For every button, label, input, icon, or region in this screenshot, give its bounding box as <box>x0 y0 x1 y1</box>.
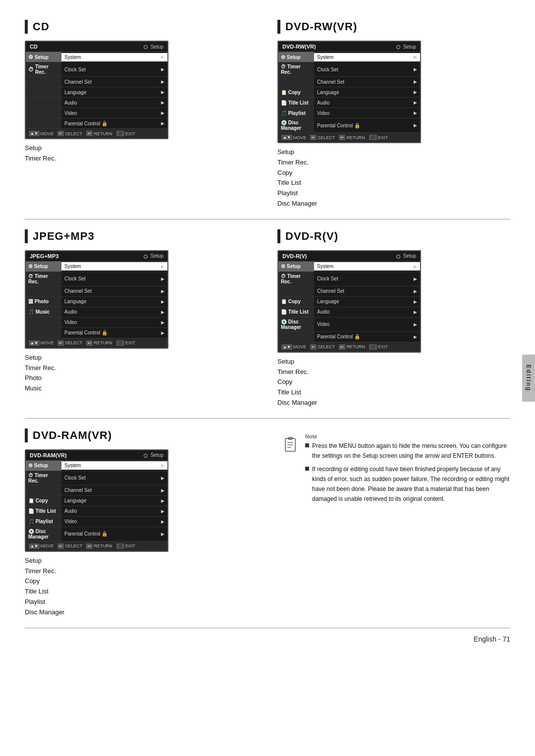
dvdrv-row-channel[interactable]: Channel Set▶ <box>278 286 420 297</box>
dvdrv-row-disc[interactable]: 💿 Disc Manager Video▶ <box>278 318 420 332</box>
divider-1 <box>25 219 510 219</box>
note-bullet-1: Press the MENU button again to hide the … <box>305 441 510 461</box>
jpegmp3-menu-title: JPEG+MP3 <box>30 253 58 259</box>
cd-content-clock: Clock Set ▶ <box>61 65 167 74</box>
dvdrwvr-section: DVD-RW(VR) DVD-RW(VR) Setup ⚙ Setup Sy <box>268 20 510 209</box>
dvdrwvr-label-copy: 📋 Copy <box>278 87 314 97</box>
note-label: Note <box>305 433 510 439</box>
dvdrwvr-menu-title: DVD-RW(VR) <box>282 44 316 50</box>
cd-row-audio[interactable]: Audio ▶ <box>26 98 167 108</box>
jpegmp3-row-setup[interactable]: ⚙ Setup System▶ <box>26 262 167 272</box>
dvdramvr-row-disc[interactable]: 💿 Disc Manager Parental Control 🔒▶ <box>26 527 167 541</box>
dvdrv-row-copy[interactable]: 📋 Copy Language▶ <box>278 297 420 307</box>
cd-content-video: Video ▶ <box>61 109 167 117</box>
dvdrwvr-menu-screen: DVD-RW(VR) Setup ⚙ Setup System▶ ⏱ Ti <box>277 41 421 143</box>
cd-label-setup: ⚙ Setup <box>26 52 61 62</box>
jpegmp3-bar <box>25 229 28 243</box>
dvdrv-row-timer[interactable]: ⏱ Timer Rec. Clock Set▶ <box>278 272 420 286</box>
jpegmp3-section: JPEG+MP3 JPEG+MP3 Setup ⚙ Setup System <box>25 229 268 408</box>
dvdrwvr-content-audio: Audio▶ <box>314 99 420 107</box>
jpegmp3-row-channel[interactable]: Channel Set▶ <box>26 286 167 297</box>
dvdramvr-bottom-bar: ▲▼ MOVE ↵ SELECT ↩ RETURN ⬛ EXIT <box>26 541 167 551</box>
cd-content-language: Language ▶ <box>61 88 167 97</box>
divider-2 <box>25 418 510 419</box>
jpegmp3-title: JPEG+MP3 <box>33 230 95 243</box>
dvdrv-row-setup[interactable]: ⚙ Setup System▶ <box>278 262 420 272</box>
dvdrwvr-row-copy[interactable]: 📋 Copy Language▶ <box>278 87 420 98</box>
dvdramvr-row-timer[interactable]: ⏱ Timer Rec. Clock Set▶ <box>26 471 167 486</box>
dvdrwvr-content-channel: Channel Set▶ <box>314 78 420 86</box>
dvdramvr-row-playlist[interactable]: 🎵 Playlist Video▶ <box>26 517 167 527</box>
note-section: Note Press the MENU button again to hide… <box>268 429 510 618</box>
cd-label-empty3 <box>26 98 61 108</box>
dvdrwvr-row-disc[interactable]: 💿 Disc Manager Parental Control 🔒▶ <box>278 118 420 133</box>
dvdrwvr-content-video: Video▶ <box>314 109 420 117</box>
cd-row-timer[interactable]: ⏱ Timer Rec. Clock Set ▶ <box>26 62 167 77</box>
dvdramvr-desc: Setup Timer Rec. Copy Title List Playlis… <box>25 556 263 618</box>
cd-btn-move: ▲▼ MOVE <box>29 131 54 136</box>
dvdrwvr-setup-link: Setup <box>396 44 416 50</box>
jpegmp3-menu-wrap: JPEG+MP3 Setup ⚙ Setup System▶ ⏱ Time <box>25 250 263 349</box>
cd-setup-text: Setup <box>151 44 163 50</box>
cd-row-language[interactable]: Language ▶ <box>26 87 167 98</box>
dvdrwvr-row-timer[interactable]: ⏱ Timer Rec. Clock Set▶ <box>278 62 420 77</box>
dvdrwvr-label-playlist: 🎵 Playlist <box>278 108 314 118</box>
editing-tab: Editing <box>522 355 535 402</box>
dvdrwvr-row-playlist[interactable]: 🎵 Playlist Video▶ <box>278 108 420 118</box>
dvdramvr-menu-screen: DVD-RAM(VR) Setup ⚙ Setup System▶ ⏱ T <box>25 449 168 552</box>
cd-row-setup[interactable]: ⚙ Setup System ▶ <box>26 52 167 62</box>
dvdrwvr-row-channel[interactable]: Channel Set▶ <box>278 77 420 87</box>
cd-content-parental: Parental Control 🔒 ▶ <box>61 119 167 128</box>
cd-header: CD <box>25 20 263 34</box>
cd-menu-topbar: CD Setup <box>26 42 167 52</box>
dvdrv-title: DVD-R(V) <box>285 230 338 243</box>
jpegmp3-topbar: JPEG+MP3 Setup <box>26 251 167 262</box>
dvdrwvr-content-language: Language▶ <box>314 88 420 97</box>
dvdramvr-row-titlelist[interactable]: 📄 Title List Audio▶ <box>26 506 167 517</box>
cd-row-channel[interactable]: Channel Set ▶ <box>26 77 167 87</box>
dvdrwvr-header: DVD-RW(VR) <box>277 20 510 34</box>
dvdramvr-bar <box>25 429 28 442</box>
dvdrwvr-label-titlelist: 📄 Title List <box>278 98 314 108</box>
jpegmp3-header: JPEG+MP3 <box>25 229 263 243</box>
cd-label-timer: ⏱ Timer Rec. <box>26 62 61 76</box>
cd-setup-circle <box>144 45 148 49</box>
dvdramvr-header: DVD-RAM(VR) <box>25 429 263 442</box>
dvdrwvr-content-clock: Clock Set▶ <box>314 65 420 74</box>
cd-section: CD CD Setup ⚙ Setup <box>25 20 268 209</box>
jpegmp3-row-parental[interactable]: Parental Control 🔒▶ <box>26 328 167 338</box>
dvdramvr-row-copy[interactable]: 📋 Copy Language▶ <box>26 496 167 506</box>
jpegmp3-row-timer[interactable]: ⏱ Timer Rec. Clock Set▶ <box>26 272 167 286</box>
cd-bottom-bar: ▲▼ MOVE ↵ SELECT ↩ RETURN ⬛ EXIT <box>26 129 167 138</box>
dvdrwvr-content-system: System▶ <box>314 53 420 61</box>
dvdramvr-row-channel[interactable]: Channel Set▶ <box>26 486 167 496</box>
dvdrwvr-menu-wrap: DVD-RW(VR) Setup ⚙ Setup System▶ ⏱ Ti <box>277 41 510 143</box>
dvdrv-row-parental[interactable]: Parental Control 🔒▶ <box>278 332 420 342</box>
row-1: CD CD Setup ⚙ Setup <box>25 20 510 209</box>
cd-content-channel: Channel Set ▶ <box>61 78 167 86</box>
jpegmp3-row-photo[interactable]: 🖼 Photo Language▶ <box>26 297 167 307</box>
dvdrv-section: DVD-R(V) DVD-R(V) Setup ⚙ Setup System <box>268 229 510 408</box>
cd-row-video[interactable]: Video ▶ <box>26 108 167 118</box>
jpegmp3-row-video[interactable]: Video▶ <box>26 318 167 328</box>
row-3: DVD-RAM(VR) DVD-RAM(VR) Setup ⚙ Setup <box>25 429 510 618</box>
divider-3 <box>25 628 510 628</box>
dvdrwvr-topbar: DVD-RW(VR) Setup <box>278 42 420 52</box>
dvdrv-row-titlelist[interactable]: 📄 Title List Audio▶ <box>278 307 420 318</box>
cd-row-parental[interactable]: Parental Control 🔒 ▶ <box>26 118 167 129</box>
dvdrv-bottom-bar: ▲▼ MOVE ↵ SELECT ↩ RETURN ⬛ EXIT <box>278 342 420 352</box>
cd-desc: Setup Timer Rec. <box>25 143 263 164</box>
note-body: Note Press the MENU button again to hide… <box>305 433 510 508</box>
cd-label-empty4 <box>26 108 61 118</box>
dvdramvr-row-setup[interactable]: ⚙ Setup System▶ <box>26 461 167 471</box>
jpegmp3-row-music[interactable]: 🎵 Music Audio▶ <box>26 307 167 318</box>
note-container: Note Press the MENU button again to hide… <box>282 429 510 513</box>
cd-label-empty1 <box>26 77 61 87</box>
page-footer: English - 71 <box>474 635 510 643</box>
row-2: JPEG+MP3 JPEG+MP3 Setup ⚙ Setup System <box>25 229 510 408</box>
dvdrv-menu-wrap: DVD-R(V) Setup ⚙ Setup System▶ ⏱ Time <box>277 250 510 353</box>
dvdrwvr-row-titlelist[interactable]: 📄 Title List Audio▶ <box>278 98 420 108</box>
dvdrwvr-title: DVD-RW(VR) <box>285 20 357 33</box>
dvdrwvr-row-setup[interactable]: ⚙ Setup System▶ <box>278 52 420 62</box>
dvdrwvr-label-empty1 <box>278 77 314 87</box>
